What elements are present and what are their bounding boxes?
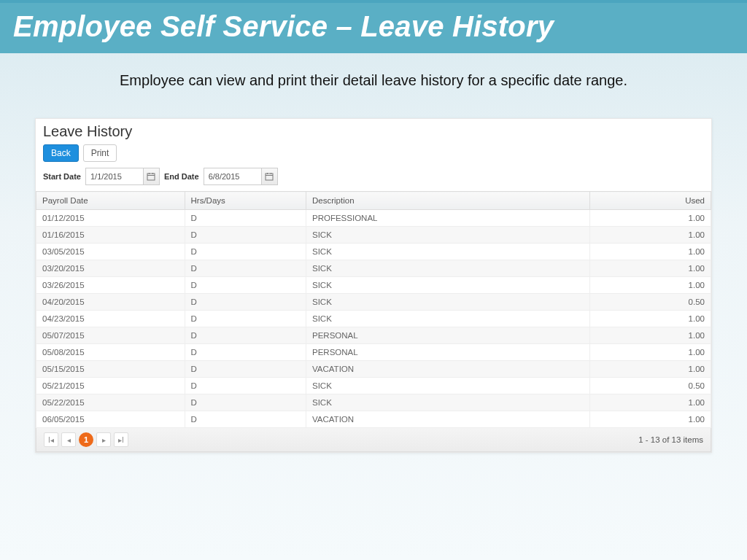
cell-desc: PROFESSIONAL bbox=[306, 210, 590, 227]
cell-hd: D bbox=[185, 378, 306, 394]
cell-used: 1.00 bbox=[589, 210, 711, 227]
pager-info: 1 - 13 of 13 items bbox=[638, 435, 703, 444]
cell-desc: PERSONAL bbox=[306, 344, 590, 361]
cell-used: 1.00 bbox=[589, 344, 711, 361]
cell-hd: D bbox=[185, 294, 306, 311]
cell-used: 1.00 bbox=[589, 361, 711, 378]
cell-desc: SICK bbox=[306, 294, 590, 311]
end-date-input[interactable] bbox=[204, 170, 261, 183]
calendar-icon[interactable] bbox=[261, 168, 277, 184]
table-row[interactable]: 05/15/2015DVACATION1.00 bbox=[36, 361, 711, 378]
page-next-icon[interactable]: ▸ bbox=[96, 432, 111, 447]
col-used[interactable]: Used bbox=[589, 192, 711, 210]
cell-date: 03/26/2015 bbox=[36, 277, 185, 294]
cell-used: 1.00 bbox=[589, 394, 711, 411]
table-row[interactable]: 03/20/2015DSICK1.00 bbox=[36, 260, 711, 277]
cell-used: 1.00 bbox=[589, 244, 711, 260]
col-description[interactable]: Description bbox=[306, 192, 590, 210]
table-header-row: Payroll Date Hrs/Days Description Used bbox=[36, 192, 711, 210]
table-row[interactable]: 04/20/2015DSICK0.50 bbox=[36, 294, 711, 311]
cell-desc: SICK bbox=[306, 227, 590, 244]
cell-used: 1.00 bbox=[589, 227, 711, 244]
table-row[interactable]: 06/05/2015DVACATION1.00 bbox=[36, 411, 711, 428]
cell-used: 1.00 bbox=[589, 327, 711, 344]
col-payroll-date[interactable]: Payroll Date bbox=[36, 192, 185, 210]
cell-date: 05/21/2015 bbox=[36, 378, 185, 394]
page-current[interactable]: 1 bbox=[79, 432, 93, 447]
svg-rect-4 bbox=[266, 174, 273, 180]
cell-used: 1.00 bbox=[589, 277, 711, 294]
back-button[interactable]: Back bbox=[43, 144, 79, 162]
cell-hd: D bbox=[185, 361, 306, 378]
cell-used: 0.50 bbox=[589, 294, 711, 311]
page-first-icon[interactable]: I◂ bbox=[44, 432, 58, 447]
cell-desc: SICK bbox=[306, 260, 590, 277]
pager: I◂ ◂ 1 ▸ ▸I 1 - 13 of 13 items bbox=[36, 428, 711, 452]
cell-used: 1.00 bbox=[589, 260, 711, 277]
cell-desc: VACATION bbox=[306, 411, 590, 428]
cell-desc: VACATION bbox=[306, 361, 590, 378]
pager-controls: I◂ ◂ 1 ▸ ▸I bbox=[44, 432, 128, 447]
cell-date: 01/12/2015 bbox=[36, 210, 185, 227]
cell-desc: SICK bbox=[306, 311, 590, 327]
table-row[interactable]: 01/12/2015DPROFESSIONAL1.00 bbox=[36, 210, 711, 227]
cell-hd: D bbox=[185, 227, 306, 244]
col-hrs-days[interactable]: Hrs/Days bbox=[185, 192, 306, 210]
cell-hd: D bbox=[185, 327, 306, 344]
table-row[interactable]: 05/07/2015DPERSONAL1.00 bbox=[36, 327, 711, 344]
table-row[interactable]: 01/16/2015DSICK1.00 bbox=[36, 227, 711, 244]
start-date-field[interactable] bbox=[85, 168, 160, 185]
cell-date: 06/05/2015 bbox=[36, 411, 185, 428]
leave-history-panel: Leave History Back Print Start Date End … bbox=[35, 118, 712, 453]
svg-rect-0 bbox=[147, 174, 155, 180]
page-title: Employee Self Service – Leave History bbox=[13, 10, 734, 43]
end-date-label: End Date bbox=[164, 172, 199, 181]
cell-date: 05/15/2015 bbox=[36, 361, 185, 378]
page-subtitle: Employee can view and print their detail… bbox=[44, 72, 703, 89]
start-date-label: Start Date bbox=[43, 172, 81, 181]
title-bar: Employee Self Service – Leave History bbox=[0, 3, 747, 53]
cell-date: 03/05/2015 bbox=[36, 244, 185, 260]
cell-used: 1.00 bbox=[589, 311, 711, 327]
table-row[interactable]: 05/08/2015DPERSONAL1.00 bbox=[36, 344, 711, 361]
table-row[interactable]: 05/21/2015DSICK0.50 bbox=[36, 378, 711, 394]
cell-desc: PERSONAL bbox=[306, 327, 590, 344]
cell-hd: D bbox=[185, 244, 306, 260]
cell-hd: D bbox=[185, 411, 306, 428]
cell-hd: D bbox=[185, 311, 306, 327]
cell-date: 05/22/2015 bbox=[36, 394, 185, 411]
leave-history-table: Payroll Date Hrs/Days Description Used 0… bbox=[36, 191, 711, 428]
table-row[interactable]: 04/23/2015DSICK1.00 bbox=[36, 311, 711, 327]
toolbar: Back Print bbox=[36, 143, 711, 168]
cell-used: 0.50 bbox=[589, 378, 711, 394]
table-row[interactable]: 03/26/2015DSICK1.00 bbox=[36, 277, 711, 294]
end-date-field[interactable] bbox=[204, 168, 278, 185]
table-row[interactable]: 05/22/2015DSICK1.00 bbox=[36, 394, 711, 411]
calendar-icon[interactable] bbox=[143, 168, 159, 184]
cell-date: 03/20/2015 bbox=[36, 260, 185, 277]
cell-date: 05/08/2015 bbox=[36, 344, 185, 361]
cell-date: 04/20/2015 bbox=[36, 294, 185, 311]
page-last-icon[interactable]: ▸I bbox=[114, 432, 128, 447]
cell-date: 01/16/2015 bbox=[36, 227, 185, 244]
cell-hd: D bbox=[185, 210, 306, 227]
cell-hd: D bbox=[185, 260, 306, 277]
table-row[interactable]: 03/05/2015DSICK1.00 bbox=[36, 244, 711, 260]
cell-hd: D bbox=[185, 277, 306, 294]
print-button[interactable]: Print bbox=[83, 144, 117, 162]
cell-desc: SICK bbox=[306, 378, 590, 394]
cell-desc: SICK bbox=[306, 394, 590, 411]
cell-desc: SICK bbox=[306, 244, 590, 260]
start-date-input[interactable] bbox=[86, 170, 143, 183]
cell-date: 05/07/2015 bbox=[36, 327, 185, 344]
cell-desc: SICK bbox=[306, 277, 590, 294]
cell-hd: D bbox=[185, 394, 306, 411]
cell-date: 04/23/2015 bbox=[36, 311, 185, 327]
page-prev-icon[interactable]: ◂ bbox=[61, 432, 76, 447]
cell-used: 1.00 bbox=[589, 411, 711, 428]
cell-hd: D bbox=[185, 344, 306, 361]
date-range-row: Start Date End Date bbox=[36, 168, 711, 191]
panel-title: Leave History bbox=[36, 119, 711, 143]
